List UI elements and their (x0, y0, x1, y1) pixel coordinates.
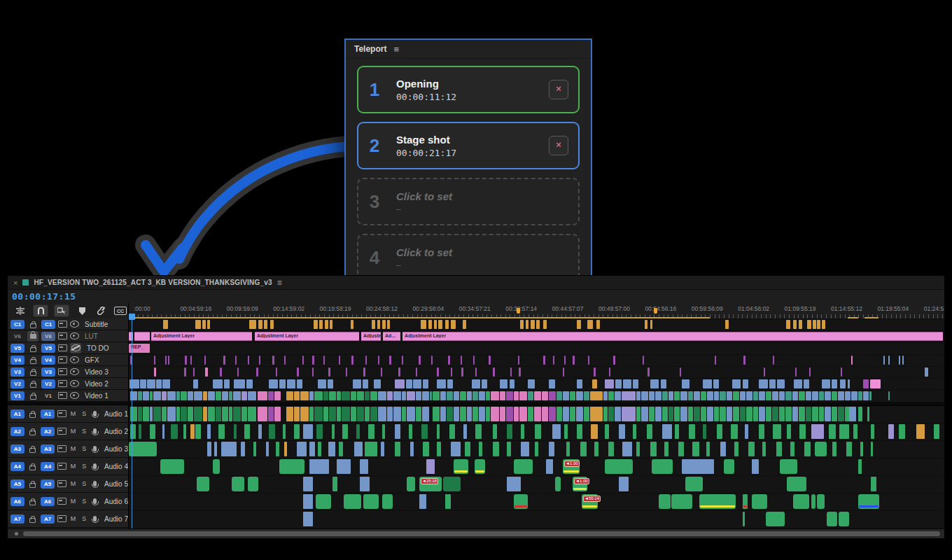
clip[interactable] (339, 356, 340, 365)
clip[interactable] (328, 379, 333, 388)
clip[interactable] (573, 356, 575, 365)
clip[interactable] (337, 391, 341, 400)
clip[interactable] (888, 391, 890, 400)
clip[interactable] (445, 320, 449, 329)
clip[interactable] (284, 356, 286, 365)
clip[interactable] (407, 477, 415, 491)
track-target-button[interactable]: V6 (41, 332, 55, 341)
clip[interactable] (222, 391, 228, 400)
clip[interactable] (360, 477, 370, 491)
clip[interactable] (713, 379, 719, 388)
clip[interactable] (475, 368, 477, 377)
clip[interactable] (319, 320, 323, 329)
clip[interactable] (564, 356, 566, 365)
clip[interactable] (249, 320, 256, 329)
lock-icon[interactable] (27, 331, 38, 342)
clip[interactable] (223, 356, 225, 365)
clip[interactable] (437, 424, 440, 439)
clip[interactable] (421, 424, 428, 439)
clip[interactable] (794, 379, 802, 388)
clip[interactable] (233, 407, 241, 421)
clip[interactable] (437, 379, 446, 388)
clip[interactable] (534, 407, 541, 421)
clip[interactable] (156, 379, 162, 388)
clip[interactable] (590, 391, 603, 400)
clip[interactable] (188, 391, 193, 400)
clip[interactable] (346, 368, 347, 377)
clip[interactable] (235, 356, 237, 365)
track-lane-to-do[interactable]: REP_ (129, 343, 944, 355)
time-ruler[interactable]: :00:0000:04:59:1600:09:59:0900:14:59:020… (129, 303, 944, 319)
clip[interactable] (351, 407, 356, 421)
clip[interactable] (270, 320, 274, 329)
clip[interactable] (636, 391, 640, 400)
clip[interactable] (378, 356, 379, 365)
clip[interactable] (507, 424, 512, 439)
clip[interactable] (518, 356, 519, 365)
clip[interactable] (514, 391, 519, 400)
clip[interactable] (473, 356, 475, 365)
clip[interactable] (479, 407, 485, 421)
clip[interactable] (370, 391, 377, 400)
clip[interactable] (813, 320, 816, 329)
clip[interactable] (748, 442, 755, 456)
clip[interactable] (743, 356, 746, 365)
clip[interactable] (668, 391, 673, 400)
clip[interactable] (759, 391, 765, 400)
clip[interactable] (402, 356, 403, 365)
clip[interactable] (584, 391, 589, 400)
clip[interactable] (447, 391, 453, 400)
clip[interactable] (232, 477, 244, 491)
clip[interactable] (858, 459, 862, 474)
sync-lock-icon[interactable] (57, 463, 66, 470)
clip[interactable] (733, 407, 739, 421)
clip[interactable] (556, 407, 562, 421)
track-lane-video-3[interactable] (129, 367, 944, 379)
clip[interactable] (134, 332, 150, 341)
clip[interactable] (769, 379, 776, 388)
clip[interactable] (493, 368, 495, 377)
clip[interactable] (138, 407, 142, 421)
track-target-button[interactable]: C1 (41, 320, 55, 329)
source-patch-button[interactable]: A6 (10, 497, 24, 506)
clip[interactable] (528, 391, 533, 400)
clip[interactable] (556, 391, 562, 400)
clip[interactable] (743, 379, 748, 388)
teleport-slot-4[interactable]: 4Click to set– (357, 234, 580, 279)
clip[interactable] (825, 407, 831, 421)
clip[interactable] (233, 391, 241, 400)
clip[interactable] (303, 494, 313, 509)
clip[interactable] (129, 332, 133, 341)
track-lane-audio-2[interactable] (129, 424, 944, 441)
voiceover-record-icon[interactable] (93, 463, 97, 469)
clip[interactable] (342, 424, 348, 439)
track-lane-audio-6[interactable]: ◄55:14 (129, 493, 944, 511)
clip[interactable] (147, 379, 155, 388)
clip[interactable] (832, 407, 837, 421)
clip[interactable] (216, 407, 221, 421)
clip[interactable] (706, 442, 710, 456)
clip[interactable] (829, 424, 836, 439)
clip[interactable] (162, 424, 164, 439)
clip[interactable] (393, 407, 401, 421)
clip[interactable] (773, 424, 781, 439)
clip[interactable] (851, 391, 858, 400)
clip[interactable] (467, 391, 472, 400)
clip[interactable] (434, 320, 437, 329)
clip[interactable]: ◄1.00 (563, 459, 580, 474)
clip[interactable] (422, 407, 429, 421)
clip[interactable] (510, 368, 512, 377)
clip[interactable] (393, 391, 401, 400)
clip[interactable] (832, 391, 837, 400)
clip[interactable] (323, 356, 325, 365)
clip[interactable] (163, 320, 168, 329)
clip[interactable] (619, 477, 629, 491)
toggle-track-output-icon[interactable] (70, 368, 79, 375)
sync-lock-icon[interactable] (58, 380, 67, 387)
clip[interactable] (888, 356, 890, 365)
lock-icon[interactable] (30, 347, 36, 352)
clip[interactable] (353, 379, 361, 388)
clip[interactable] (619, 424, 625, 439)
clip[interactable] (848, 379, 850, 388)
clip[interactable] (899, 356, 900, 365)
